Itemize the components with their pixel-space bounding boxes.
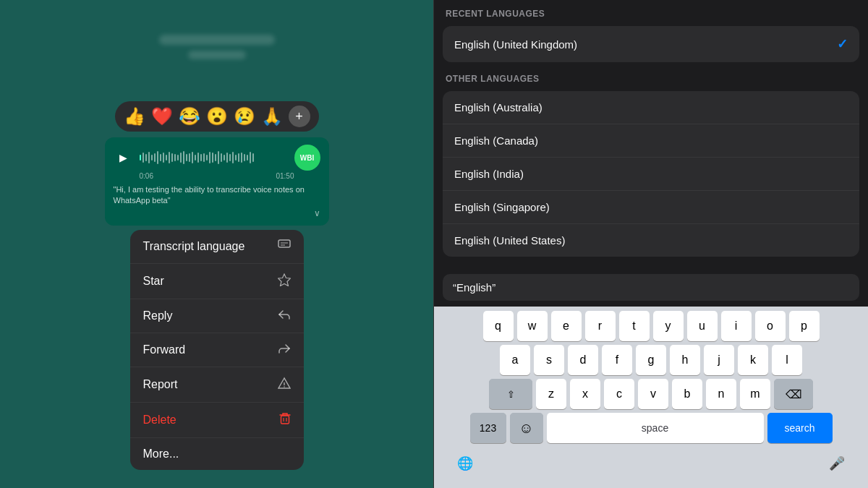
key-k[interactable]: k: [738, 345, 768, 375]
microphone-key[interactable]: 🎤: [820, 448, 854, 479]
key-f[interactable]: f: [602, 345, 632, 375]
waveform-bar: [226, 153, 228, 163]
waveform-bar: [171, 153, 173, 162]
message-area: 👍 ❤️ 😂 😮 😢 🙏 + ▶: [105, 101, 329, 470]
language-item-english-sg[interactable]: English (Singapore): [443, 191, 859, 224]
emoji-more-button[interactable]: +: [289, 106, 310, 127]
key-g[interactable]: g: [636, 345, 666, 375]
key-h[interactable]: h: [670, 345, 700, 375]
key-l[interactable]: l: [772, 345, 802, 375]
emoji-key[interactable]: ☺: [510, 413, 543, 443]
key-y[interactable]: y: [653, 311, 684, 341]
waveform-bar: [235, 155, 237, 160]
language-item-english-uk[interactable]: English (United Kingdom) ✓: [443, 26, 859, 62]
search-key[interactable]: search: [767, 413, 833, 443]
key-z[interactable]: z: [536, 379, 566, 409]
search-query-bar[interactable]: “English”: [443, 274, 859, 301]
language-item-english-us[interactable]: English (United States): [443, 224, 859, 257]
language-name: English (India): [454, 168, 524, 180]
key-m[interactable]: m: [740, 379, 770, 409]
space-key[interactable]: space: [547, 413, 764, 443]
menu-item-forward[interactable]: Forward: [130, 333, 304, 367]
language-selector: RECENT LANGUAGES English (United Kingdom…: [434, 0, 868, 268]
play-button[interactable]: ▶: [114, 147, 134, 168]
globe-key[interactable]: 🌐: [448, 448, 482, 479]
key-d[interactable]: d: [568, 345, 598, 375]
key-q[interactable]: q: [483, 311, 514, 341]
waveform-bar: [142, 153, 144, 163]
menu-item-label: Star: [143, 275, 164, 288]
waveform-bar: [157, 151, 158, 164]
menu-item-star[interactable]: Star: [130, 264, 304, 299]
svg-rect-6: [281, 416, 289, 424]
avatar: WBI: [294, 145, 320, 171]
key-t[interactable]: t: [619, 311, 650, 341]
chevron-down-icon[interactable]: ∨: [114, 208, 320, 218]
key-o[interactable]: o: [755, 311, 786, 341]
waveform-bar: [218, 151, 219, 164]
waveform-bar: [192, 152, 193, 163]
menu-item-more[interactable]: More...: [130, 438, 304, 470]
other-languages-header: OTHER LANGUAGES: [434, 65, 868, 88]
waveform-bar: [163, 153, 164, 163]
waveform-bar: [140, 155, 141, 160]
emoji-surprised[interactable]: 😮: [206, 106, 228, 127]
key-v[interactable]: v: [638, 379, 668, 409]
emoji-cry[interactable]: 😢: [234, 106, 255, 127]
language-name: English (Singapore): [454, 201, 550, 213]
search-query-text: “English”: [453, 281, 495, 294]
waveform-bar: [238, 153, 239, 162]
svg-marker-3: [278, 274, 290, 286]
waveform-bar: [244, 154, 245, 161]
emoji-laugh[interactable]: 😂: [179, 106, 200, 127]
keyboard-row-5: 🌐 🎤: [437, 447, 865, 481]
key-w[interactable]: w: [517, 311, 548, 341]
blur-bar-2: [188, 51, 246, 59]
language-name: English (Australia): [454, 101, 542, 114]
right-panel: RECENT LANGUAGES English (United Kingdom…: [434, 0, 868, 488]
language-item-english-ca[interactable]: English (Canada): [443, 124, 859, 158]
key-s[interactable]: s: [534, 345, 564, 375]
waveform-bar: [206, 155, 208, 160]
key-r[interactable]: r: [585, 311, 616, 341]
transcript-icon: [278, 239, 291, 254]
menu-item-delete[interactable]: Delete: [130, 403, 304, 438]
key-i[interactable]: i: [721, 311, 752, 341]
waveform-bar: [174, 154, 176, 161]
backspace-key[interactable]: ⌫: [774, 379, 813, 409]
key-n[interactable]: n: [706, 379, 736, 409]
language-item-english-in[interactable]: English (India): [443, 158, 859, 191]
key-c[interactable]: c: [604, 379, 634, 409]
key-b[interactable]: b: [672, 379, 702, 409]
recent-languages-group: English (United Kingdom) ✓: [443, 26, 859, 62]
menu-item-reply[interactable]: Reply: [130, 299, 304, 333]
keyboard-row-4: 123 ☺ space search: [437, 413, 865, 443]
emoji-thumbsup[interactable]: 👍: [124, 106, 145, 127]
language-item-english-au[interactable]: English (Australia): [443, 91, 859, 124]
waveform-bar: [154, 153, 156, 162]
emoji-pray[interactable]: 🙏: [261, 106, 283, 127]
menu-item-report[interactable]: Report: [130, 367, 304, 403]
key-x[interactable]: x: [570, 379, 600, 409]
reply-icon: [278, 309, 291, 323]
key-p[interactable]: p: [789, 311, 820, 341]
context-menu: Transcript language Star Reply Forward: [130, 230, 304, 470]
key-u[interactable]: u: [687, 311, 718, 341]
menu-item-transcript-language[interactable]: Transcript language: [130, 230, 304, 264]
key-j[interactable]: j: [704, 345, 734, 375]
emoji-heart[interactable]: ❤️: [151, 106, 173, 127]
shift-key[interactable]: ⇧: [489, 379, 532, 409]
waveform-bar: [183, 151, 184, 164]
waveform-bar: [224, 155, 225, 160]
emoji-reaction-bar[interactable]: 👍 ❤️ 😂 😮 😢 🙏 +: [115, 101, 319, 132]
blur-bar-1: [159, 35, 275, 45]
waveform-bar: [145, 154, 147, 161]
keyboard-row-3: ⇧ z x c v b n m ⌫: [437, 379, 865, 409]
menu-item-label: More...: [143, 448, 179, 461]
numbers-key[interactable]: 123: [470, 413, 506, 443]
waveform-bar: [169, 152, 170, 163]
key-e[interactable]: e: [551, 311, 582, 341]
waveform-bar: [200, 154, 202, 161]
key-a[interactable]: a: [500, 345, 530, 375]
waveform-bar: [209, 152, 210, 163]
